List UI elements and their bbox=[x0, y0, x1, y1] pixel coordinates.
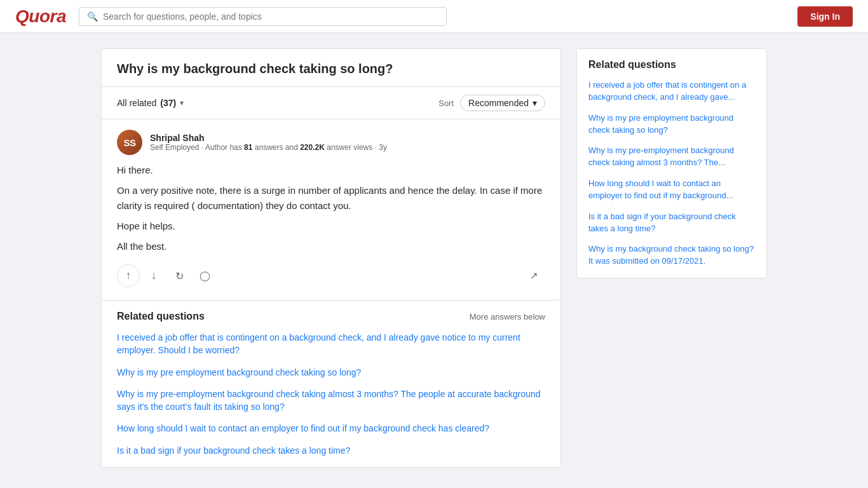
author-meta-suffix: answer views · 3y bbox=[325, 143, 387, 152]
sidebar-link-0[interactable]: I received a job offer that is contingen… bbox=[588, 79, 755, 104]
sidebar-link-4[interactable]: Is it a bad sign if your background chec… bbox=[588, 211, 755, 235]
search-bar: 🔍 bbox=[79, 7, 447, 26]
answer-para-1: Hi there. bbox=[117, 163, 545, 178]
related-inline-link-0[interactable]: I received a job offer that is contingen… bbox=[117, 331, 545, 357]
related-inline-link-2[interactable]: Why is my pre-employment background chec… bbox=[117, 388, 545, 414]
question-card: Why is my background check taking so lon… bbox=[101, 48, 561, 301]
related-inline-link-3[interactable]: How long should I wait to contact an emp… bbox=[117, 422, 545, 435]
sidebar-link-5[interactable]: Why is my background check taking so lon… bbox=[588, 243, 755, 268]
all-related-filter[interactable]: All related (37) ▾ bbox=[117, 98, 184, 108]
avatar: SS bbox=[117, 130, 142, 155]
action-row: ↑ ↓ ↻ ◯ ↗ bbox=[117, 259, 545, 290]
sort-value: Recommended bbox=[468, 98, 529, 108]
sidebar: Related questions I received a job offer… bbox=[576, 48, 767, 468]
search-icon: 🔍 bbox=[87, 11, 98, 22]
sidebar-link-1[interactable]: Why is my pre employment background chec… bbox=[588, 112, 755, 137]
comment-button[interactable]: ◯ bbox=[193, 264, 216, 287]
upvote-button[interactable]: ↑ bbox=[117, 264, 140, 287]
search-input[interactable] bbox=[103, 11, 438, 22]
sidebar-title: Related questions bbox=[588, 59, 755, 71]
filter-label: All related bbox=[117, 98, 156, 108]
answer-para-4: All the best. bbox=[117, 239, 545, 254]
sidebar-link-2[interactable]: Why is my pre-employment background chec… bbox=[588, 145, 755, 169]
related-inline-link-4[interactable]: Is it a bad sign if your background chec… bbox=[117, 444, 545, 457]
author-name[interactable]: Shripal Shah bbox=[150, 133, 387, 143]
sidebar-link-3[interactable]: How long should I wait to contact an emp… bbox=[588, 178, 755, 202]
answer-para-2: On a very positive note, there is a surg… bbox=[117, 183, 545, 214]
question-title: Why is my background check taking so lon… bbox=[102, 49, 560, 87]
related-inline-card: Related questions More answers below I r… bbox=[101, 301, 561, 468]
more-answers-label: More answers below bbox=[470, 312, 545, 322]
filter-count: (37) bbox=[160, 98, 176, 108]
external-share-button[interactable]: ↗ bbox=[522, 264, 545, 287]
related-inline-link-1[interactable]: Why is my pre employment background chec… bbox=[117, 366, 545, 379]
header: Quora 🔍 Sign In bbox=[0, 0, 868, 33]
sign-in-button[interactable]: Sign In bbox=[797, 6, 853, 27]
sort-dropdown[interactable]: Recommended ▾ bbox=[460, 95, 545, 111]
avatar-inner: SS bbox=[117, 130, 142, 155]
author-meta-middle: answers and bbox=[252, 143, 300, 152]
sort-area: Sort Recommended ▾ bbox=[438, 95, 545, 111]
sidebar-card: Related questions I received a job offer… bbox=[576, 48, 767, 278]
related-inline-header: Related questions More answers below bbox=[117, 311, 545, 322]
author-meta-prefix: Self Employed · Author has bbox=[150, 143, 244, 152]
author-views-count: 220.2K bbox=[300, 143, 325, 152]
main-layout: Why is my background check taking so lon… bbox=[91, 48, 777, 468]
answer-body: Hi there. On a very positive note, there… bbox=[117, 163, 545, 254]
filter-chevron-icon: ▾ bbox=[180, 98, 184, 107]
author-row: SS Shripal Shah Self Employed · Author h… bbox=[117, 130, 545, 155]
sort-chevron-icon: ▾ bbox=[532, 98, 537, 108]
sort-label: Sort bbox=[438, 98, 454, 108]
quora-logo[interactable]: Quora bbox=[15, 6, 66, 27]
author-info: Shripal Shah Self Employed · Author has … bbox=[150, 133, 387, 152]
author-answers-count: 81 bbox=[244, 143, 252, 152]
answer-section: SS Shripal Shah Self Employed · Author h… bbox=[102, 119, 560, 300]
filter-row: All related (37) ▾ Sort Recommended ▾ bbox=[102, 87, 560, 119]
downvote-button[interactable]: ↓ bbox=[142, 264, 165, 287]
main-content: Why is my background check taking so lon… bbox=[101, 48, 561, 468]
related-inline-title: Related questions bbox=[117, 311, 205, 322]
answer-para-3: Hope it helps. bbox=[117, 219, 545, 234]
reshare-button[interactable]: ↻ bbox=[168, 264, 191, 287]
author-meta: Self Employed · Author has 81 answers an… bbox=[150, 143, 387, 152]
